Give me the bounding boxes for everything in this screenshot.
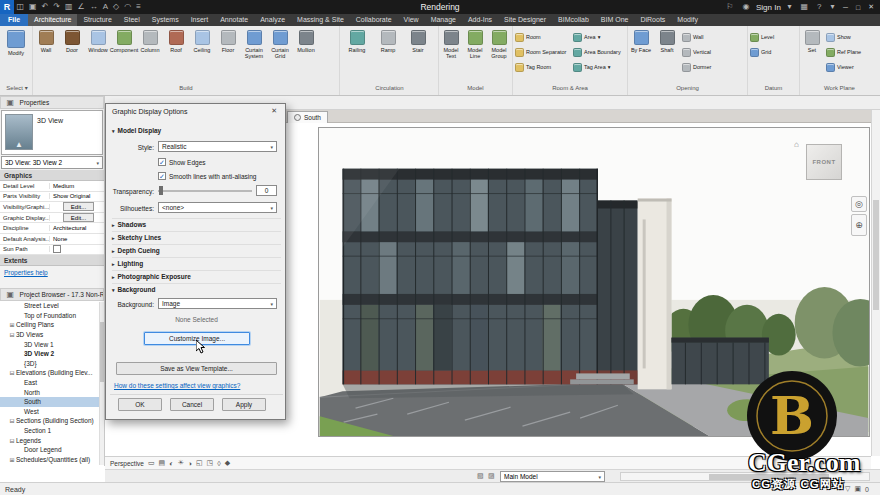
- tab-bimcollab[interactable]: BIMcollab: [552, 14, 595, 26]
- photographic-exposure-expander[interactable]: ▸Photographic Exposure: [112, 270, 281, 280]
- selection-box-icon[interactable]: ▣: [854, 485, 861, 493]
- tool-column[interactable]: Column: [137, 26, 163, 53]
- tool-ceiling[interactable]: Ceiling: [189, 26, 215, 53]
- tab-analyze[interactable]: Analyze: [254, 14, 291, 26]
- style-dropdown[interactable]: Realistic▾: [158, 141, 277, 152]
- area-dropdown-icon[interactable]: ▾: [598, 34, 601, 40]
- section-icon[interactable]: ◠: [124, 0, 131, 14]
- open-icon[interactable]: ◫: [17, 0, 25, 14]
- browser-item-east[interactable]: East: [0, 378, 104, 388]
- tool-window[interactable]: Window: [85, 26, 111, 53]
- silhouettes-dropdown[interactable]: <none>▾: [158, 202, 277, 213]
- worksets-icon[interactable]: ▧: [477, 472, 484, 480]
- save-icon[interactable]: ▣: [29, 0, 37, 14]
- scrollbar-thumb[interactable]: [100, 322, 104, 382]
- panel-label-opening[interactable]: Opening: [628, 83, 747, 94]
- tool-railing[interactable]: Railing: [341, 26, 373, 53]
- panel-label-circulation[interactable]: Circulation: [341, 83, 438, 94]
- sign-in-button[interactable]: Sign In: [756, 3, 781, 12]
- tab-modify[interactable]: Modify: [671, 14, 704, 26]
- signin-dropdown-icon[interactable]: ▾: [787, 0, 791, 14]
- show-crop-region-icon[interactable]: ◳: [207, 459, 214, 467]
- transparency-value[interactable]: 0: [256, 185, 277, 196]
- tool-tag-area[interactable]: Tag Area▾: [571, 61, 627, 73]
- revit-logo-icon[interactable]: R: [0, 0, 14, 14]
- scrollbar-thumb[interactable]: [873, 200, 879, 310]
- dialog-help-link[interactable]: How do these settings affect view graphi…: [114, 382, 240, 389]
- text-icon[interactable]: A: [103, 0, 108, 14]
- tool-dormer-opening[interactable]: Dormer: [680, 61, 740, 73]
- browser-item-3d-view-1[interactable]: 3D View 1: [0, 339, 104, 349]
- tool-by-face[interactable]: By Face: [628, 26, 654, 53]
- crop-view-icon[interactable]: ◱: [196, 459, 203, 467]
- background-expander[interactable]: ▾Background: [112, 283, 281, 293]
- tree-collapse-icon[interactable]: ⊟: [8, 417, 16, 424]
- view-selector-dropdown[interactable]: 3D View: 3D View 2 ▾: [1, 156, 103, 169]
- smooth-lines-option[interactable]: ✓Smooth lines with anti-aliasing: [158, 172, 256, 180]
- tool-door[interactable]: Door: [59, 26, 85, 53]
- browser-scrollbar[interactable]: [99, 302, 104, 465]
- property-value[interactable]: Architectural: [50, 225, 104, 231]
- property-value[interactable]: Medium: [50, 183, 104, 189]
- temporary-hide-icon[interactable]: ◊: [217, 460, 220, 467]
- tab-diroots[interactable]: DiRoots: [634, 14, 671, 26]
- panel-label-room-area[interactable]: Room & Area: [513, 83, 627, 94]
- workset-dropdown[interactable]: Main Model ▾: [500, 471, 605, 482]
- view-scale-label[interactable]: Perspective: [110, 460, 144, 467]
- depth-cueing-expander[interactable]: ▸Depth Cueing: [112, 244, 281, 254]
- minimize-button[interactable]: ─: [841, 4, 850, 11]
- browser-item-section-1[interactable]: Section 1: [0, 426, 104, 436]
- sun-path-checkbox[interactable]: [53, 245, 61, 253]
- tool-show[interactable]: Show: [824, 31, 876, 43]
- viewcube-home-icon[interactable]: ⌂: [794, 140, 799, 149]
- tab-bim-one[interactable]: BIM One: [595, 14, 635, 26]
- maximize-button[interactable]: □: [854, 4, 862, 11]
- browser-item-top-of-foundation[interactable]: Top of Foundation: [0, 311, 104, 321]
- tab-view[interactable]: View: [398, 14, 425, 26]
- tool-room-separator[interactable]: Room Separator: [513, 46, 571, 58]
- tool-vertical-opening[interactable]: Vertical: [680, 46, 740, 58]
- property-row-sun-path[interactable]: Sun Path: [0, 245, 104, 256]
- tool-wall-opening[interactable]: Wall: [680, 31, 740, 43]
- show-edges-checkbox[interactable]: ✓: [158, 158, 166, 166]
- user-icon[interactable]: ◉: [742, 0, 749, 14]
- tool-set[interactable]: Set: [800, 26, 824, 53]
- tool-level[interactable]: Level: [748, 31, 798, 43]
- extents-section-header[interactable]: Extents: [0, 255, 104, 266]
- viewcube[interactable]: FRONT: [806, 144, 842, 180]
- tool-ref-plane[interactable]: Ref Plane: [824, 46, 876, 58]
- tab-systems[interactable]: Systems: [146, 14, 185, 26]
- browser-item-legends[interactable]: ⊟Legends: [0, 435, 104, 445]
- property-value[interactable]: Show Original: [50, 193, 104, 199]
- tree-expand-icon[interactable]: ⊞: [8, 321, 16, 328]
- transparency-slider[interactable]: [158, 185, 252, 196]
- panel-label-select[interactable]: Select ▾: [2, 83, 32, 94]
- smooth-lines-checkbox[interactable]: ✓: [158, 172, 166, 180]
- shadows-expander[interactable]: ▸Shadows: [112, 218, 281, 228]
- vertical-scrollbar[interactable]: [871, 110, 880, 456]
- browser-item-ceiling-plans[interactable]: ⊞Ceiling Plans: [0, 320, 104, 330]
- tab-manage[interactable]: Manage: [425, 14, 462, 26]
- thin-lines-icon[interactable]: ≡: [136, 0, 141, 14]
- properties-header[interactable]: ▣ Properties: [0, 96, 104, 109]
- property-value[interactable]: None: [50, 236, 104, 242]
- reveal-hidden-icon[interactable]: ◆: [225, 459, 230, 467]
- help-dropdown-icon[interactable]: ▾: [830, 0, 834, 14]
- tool-stair[interactable]: Stair: [403, 26, 433, 53]
- browser-item-south[interactable]: South: [0, 397, 104, 407]
- panel-label-model[interactable]: Model: [439, 83, 512, 94]
- tree-collapse-icon[interactable]: ⊟: [8, 437, 16, 444]
- show-edges-option[interactable]: ✓Show Edges: [158, 158, 206, 166]
- tree-collapse-icon[interactable]: ⊟: [8, 369, 16, 376]
- undo-icon[interactable]: ↶: [42, 0, 49, 14]
- panel-label-build[interactable]: Build: [33, 83, 339, 94]
- browser-item-3d-default[interactable]: {3D}: [0, 359, 104, 369]
- tab-steel[interactable]: Steel: [118, 14, 146, 26]
- background-dropdown[interactable]: Image▾: [158, 298, 277, 309]
- tab-file[interactable]: File: [0, 14, 28, 26]
- redo-icon[interactable]: ↷: [53, 0, 60, 14]
- graphics-section-header[interactable]: Graphics: [0, 170, 104, 181]
- viewcube-front-face[interactable]: FRONT: [812, 159, 835, 165]
- tool-model-line[interactable]: Model Line: [463, 26, 487, 60]
- modify-button[interactable]: Modify: [2, 26, 30, 56]
